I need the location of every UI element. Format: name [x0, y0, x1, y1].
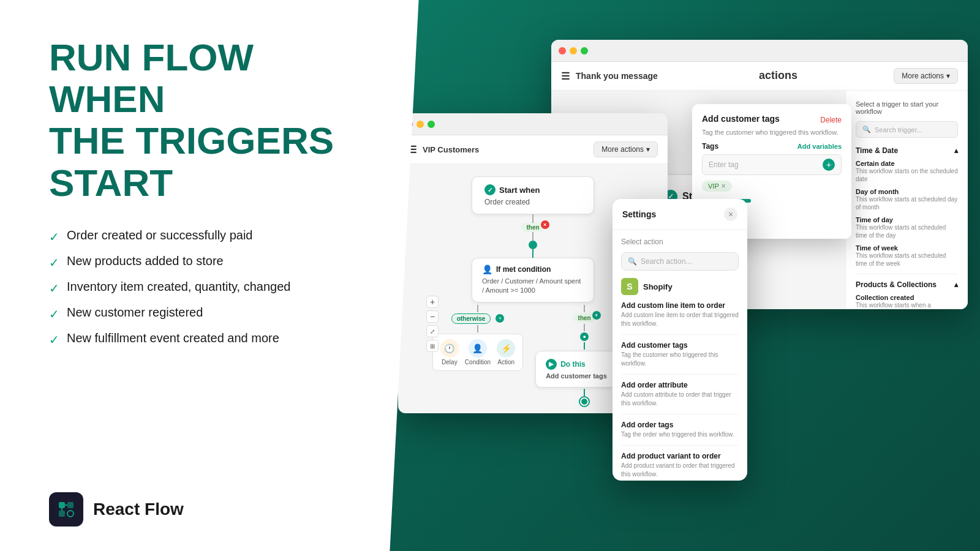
condition-text: Order / Customer / Amount spent / Amount… — [482, 277, 584, 296]
dot-green[interactable] — [581, 47, 588, 54]
remove-then-icon[interactable]: × — [541, 220, 549, 229]
start-check-icon: ✓ — [484, 184, 496, 195]
action-item-1[interactable]: Add customer tags Tag the customer who t… — [621, 341, 739, 375]
window-settings: Settings × Select action 🔍 Search action… — [612, 199, 747, 481]
condition-header: 👤 If met condition — [482, 264, 584, 274]
more-actions-button[interactable]: More actions ▾ — [894, 68, 958, 84]
chevron-up-icon-2: ▴ — [954, 280, 958, 289]
feature-item-3: ✓ Inventory item created, quantity, chan… — [49, 280, 343, 296]
tags-header: Add customer tags Delete — [702, 114, 842, 126]
feature-item-4: ✓ New customer registered — [49, 305, 343, 321]
trigger-item-day-of-month[interactable]: Day of month This workflow starts at sch… — [856, 188, 958, 211]
vip-header-left: ☰ VIP Customers — [408, 144, 479, 156]
toolbar-condition[interactable]: 👤 Condition — [465, 339, 491, 365]
action-icon: ⚡ — [497, 339, 515, 358]
toolbar-delay[interactable]: 🕐 Delay — [440, 339, 459, 365]
select-action-label: Select action — [621, 238, 739, 246]
clock-icon: 🕐 — [440, 339, 459, 358]
shopify-logo: S — [621, 278, 638, 295]
titlebar-vip — [398, 113, 668, 135]
vip-dot-yellow[interactable] — [417, 121, 424, 128]
thankyou-sidebar: Select a trigger to start your workflow … — [845, 91, 968, 309]
shopify-label: Shopify — [643, 282, 673, 291]
settings-header: Settings × — [612, 199, 747, 230]
toolbar-action[interactable]: ⚡ Action — [497, 339, 515, 365]
tags-input[interactable]: Enter tag + — [702, 154, 842, 175]
check-icon-1: ✓ — [49, 230, 59, 244]
remove-tag-icon[interactable]: × — [722, 182, 726, 190]
trigger-item-certain-date[interactable]: Certain date This workflow starts on the… — [856, 160, 958, 183]
brand-name: React Flow — [93, 500, 184, 519]
sidebar-trigger-title: Select a trigger to start your workflow — [856, 100, 958, 115]
check-icon-3: ✓ — [49, 281, 59, 296]
zoom-in-button[interactable]: + — [426, 296, 439, 308]
brand-logo — [49, 492, 83, 527]
thankyou-header-left: ☰ Thank you message — [561, 70, 658, 82]
search-icon: 🔍 — [862, 126, 871, 133]
settings-body: Select action 🔍 Search action... S Shopi… — [612, 230, 747, 480]
vip-more-actions-button[interactable]: More actions ▾ — [594, 141, 658, 157]
zoom-controls: + − ⤢ ⊞ — [426, 296, 439, 352]
feature-item-1: ✓ Order created or successfully paid — [49, 228, 343, 244]
settings-title: Settings — [622, 209, 656, 219]
actions-label: actions — [754, 64, 802, 85]
trigger-item-collection-created[interactable]: Collection created This workflow starts … — [856, 294, 958, 309]
vip-chevron-down-icon: ▾ — [646, 145, 650, 154]
add-branch-icon[interactable]: + — [496, 314, 504, 323]
then-badge-1: then × — [521, 223, 544, 232]
titlebar-thankyou — [551, 40, 968, 62]
action-item-4[interactable]: Add product variant to order Add product… — [621, 452, 739, 480]
svg-rect-0 — [59, 502, 65, 508]
trigger-item-time-of-day[interactable]: Time of day This workflow starts at sche… — [856, 216, 958, 239]
delete-button[interactable]: Delete — [820, 116, 842, 124]
play-icon: ▶ — [546, 359, 557, 370]
tags-desc: Tag the customer who triggered this work… — [702, 129, 842, 136]
check-icon-2: ✓ — [49, 255, 59, 270]
chevron-up-icon: ▴ — [954, 146, 958, 155]
dot-red[interactable] — [559, 47, 566, 54]
then-badge-2: then + — [573, 313, 596, 323]
svg-rect-2 — [59, 511, 65, 517]
do-this-action: Add customer tags — [546, 372, 623, 380]
features-list: ✓ Order created or successfully paid ✓ N… — [49, 228, 343, 347]
svg-rect-1 — [67, 502, 74, 508]
sidebar-search[interactable]: 🔍 Search trigger... — [856, 121, 958, 138]
person-icon: 👤 — [482, 264, 492, 274]
sidebar-icon: ☰ — [561, 70, 570, 82]
grid-button[interactable]: ⊞ — [426, 340, 439, 352]
right-panel: ☰ Thank you message More actions ▾ ✓ Sta… — [380, 0, 980, 551]
settings-close-button[interactable]: × — [724, 208, 737, 221]
start-when-node[interactable]: ✓ Start when Order created — [472, 176, 594, 214]
action-item-2[interactable]: Add order attribute Add custom attribute… — [621, 381, 739, 414]
tag-chip-vip: VIP × — [702, 181, 732, 192]
condition-icon: 👤 — [469, 339, 487, 358]
connector-dot-green: ● — [580, 332, 589, 341]
action-item-0[interactable]: Add custom line item to order Add custom… — [621, 301, 739, 335]
tags-title: Add customer tags — [702, 114, 780, 124]
feature-item-5: ✓ New fulfillment event created and more — [49, 331, 343, 347]
action-item-3[interactable]: Add order tags Tag the order who trigger… — [621, 421, 739, 446]
trigger-category-timedate: Time & Date ▴ — [856, 146, 958, 155]
tags-plus-button[interactable]: + — [823, 159, 835, 171]
condition-node[interactable]: 👤 If met condition Order / Customer / Am… — [472, 258, 594, 302]
end-dot — [580, 397, 589, 406]
remove-then-icon-2[interactable]: + — [592, 311, 601, 320]
zoom-out-button[interactable]: − — [426, 310, 439, 323]
add-variables-button[interactable]: Add variables — [797, 143, 842, 150]
settings-search[interactable]: 🔍 Search action... — [621, 252, 739, 271]
start-when-node-header: ✓ Start when — [484, 184, 581, 195]
settings-provider: S Shopify — [621, 278, 739, 295]
settings-search-icon: 🔍 — [628, 257, 637, 266]
brand-area: React Flow — [49, 492, 343, 527]
vip-title: VIP Customers — [423, 145, 479, 154]
dot-yellow[interactable] — [570, 47, 577, 54]
connector-1: then × — [521, 214, 544, 258]
fit-view-button[interactable]: ⤢ — [426, 325, 439, 337]
main-heading: RUN FLOW WHEN THE TRIGGERS START — [49, 37, 343, 204]
thankyou-title: Thank you message — [576, 71, 658, 81]
check-icon-5: ✓ — [49, 332, 59, 347]
vip-dot-green[interactable] — [428, 121, 435, 128]
vip-header: ☰ VIP Customers More actions ▾ — [398, 135, 668, 164]
left-panel: RUN FLOW WHEN THE TRIGGERS START ✓ Order… — [0, 0, 380, 551]
trigger-item-time-of-week[interactable]: Time of week This workflow starts at sch… — [856, 244, 958, 268]
